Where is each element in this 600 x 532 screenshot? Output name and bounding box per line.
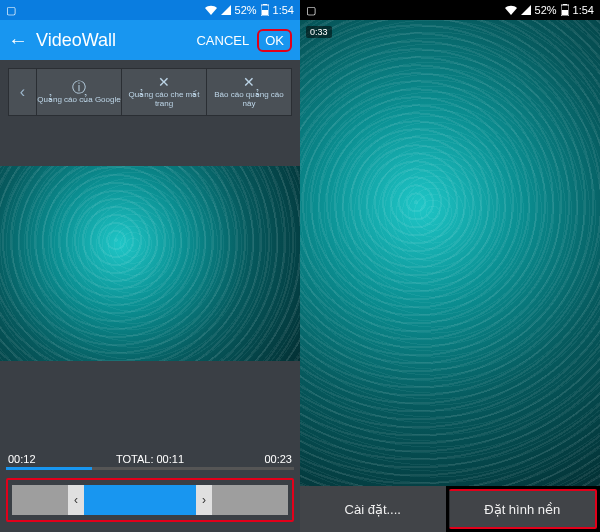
- wallpaper-preview[interactable]: 0:33: [300, 20, 600, 486]
- progress-fill: [6, 467, 92, 470]
- time-start: 00:12: [8, 453, 36, 465]
- video-preview[interactable]: [0, 166, 300, 361]
- time-progress-row: 00:12 TOTAL: 00:11 00:23: [0, 453, 300, 470]
- svg-rect-1: [262, 10, 268, 15]
- ad-prev-icon[interactable]: ‹: [9, 69, 37, 115]
- title-bar: ← VideoWall CANCEL OK: [0, 20, 300, 60]
- ok-button[interactable]: OK: [257, 29, 292, 52]
- svg-rect-4: [562, 10, 568, 15]
- status-bar-right: ▢ 52% 1:54: [300, 0, 600, 20]
- svg-rect-2: [263, 4, 267, 5]
- battery-icon: [561, 4, 569, 16]
- trim-handle-right[interactable]: ›: [196, 485, 212, 515]
- ad-option-cover[interactable]: ✕ Quảng cáo che mất trang: [122, 69, 207, 115]
- trim-selection: [82, 485, 198, 515]
- trim-track[interactable]: ‹ ›: [12, 485, 288, 515]
- time-total: TOTAL: 00:11: [116, 453, 184, 465]
- phone-right-wallpaper-preview: ▢ 52% 1:54 0:33 Cài đặt.... Đặt hình nền: [300, 0, 600, 532]
- cancel-button[interactable]: CANCEL: [196, 33, 249, 48]
- progress-track[interactable]: [6, 467, 294, 470]
- battery-percent: 52%: [235, 4, 257, 16]
- close-icon: ✕: [243, 75, 255, 89]
- clock: 1:54: [573, 4, 594, 16]
- time-end: 00:23: [264, 453, 292, 465]
- set-wallpaper-button[interactable]: Đặt hình nền: [449, 489, 598, 529]
- back-arrow-icon[interactable]: ←: [8, 29, 28, 52]
- picture-icon: ▢: [6, 4, 16, 17]
- ad-banner: ‹ ⓘ Quảng cáo của Google ✕ Quảng cáo che…: [8, 68, 292, 116]
- video-timestamp: 0:33: [306, 26, 332, 38]
- signal-icon: [221, 5, 231, 15]
- svg-rect-5: [563, 4, 567, 5]
- trim-slider[interactable]: ‹ ›: [6, 478, 294, 522]
- ad-option-google[interactable]: ⓘ Quảng cáo của Google: [37, 69, 122, 115]
- wifi-icon: [505, 5, 517, 15]
- clock: 1:54: [273, 4, 294, 16]
- status-bar-left: ▢ 52% 1:54: [0, 0, 300, 20]
- battery-icon: [261, 4, 269, 16]
- trim-handle-left[interactable]: ‹: [68, 485, 84, 515]
- phone-left-videowall: ▢ 52% 1:54 ← VideoWall CANCEL OK ‹: [0, 0, 300, 532]
- bottom-action-bar: Cài đặt.... Đặt hình nền: [300, 486, 600, 532]
- picture-icon: ▢: [306, 4, 316, 17]
- info-icon: ⓘ: [72, 80, 86, 94]
- wifi-icon: [205, 5, 217, 15]
- ad-option-report[interactable]: ✕ Báo cáo quảng cáo này: [207, 69, 291, 115]
- settings-button[interactable]: Cài đặt....: [300, 486, 446, 532]
- app-title: VideoWall: [36, 30, 196, 51]
- battery-percent: 52%: [535, 4, 557, 16]
- close-icon: ✕: [158, 75, 170, 89]
- signal-icon: [521, 5, 531, 15]
